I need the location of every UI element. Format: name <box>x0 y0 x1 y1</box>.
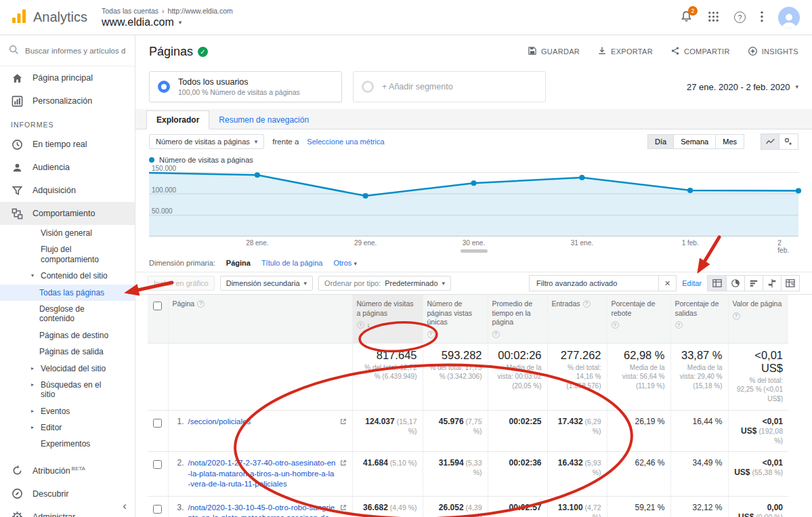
sidebar-item-site-content[interactable]: ▾ Contenido del sitio <box>0 268 135 284</box>
sidebar-item-all-pages[interactable]: Todas las páginas <box>0 285 135 301</box>
x-axis-tick: 1 feb. <box>682 239 699 247</box>
column-header-page[interactable]: Página? <box>168 295 352 343</box>
tab-explorador[interactable]: Explorador <box>146 110 209 129</box>
analytics-logo[interactable]: Analytics <box>0 8 99 26</box>
chart-plot-area[interactable]: 150.000 100.000 50.000 <box>149 166 798 236</box>
column-header-avg-time[interactable]: Promedio de tiempo en la página? <box>488 295 547 343</box>
breadcrumb-sep-icon: › <box>162 7 165 15</box>
granularity-week-button[interactable]: Semana <box>674 134 716 149</box>
column-header-unique[interactable]: Número de páginas vistas únicas? <box>423 295 488 343</box>
select-all-checkbox[interactable] <box>153 302 162 310</box>
circular-arrow-icon <box>11 465 23 477</box>
segment-all-users[interactable]: Todos los usuarios 100,00 % Número de vi… <box>149 71 342 102</box>
sidebar-search <box>0 35 135 66</box>
sidebar-item-landing-pages[interactable]: Páginas de destino <box>0 327 135 344</box>
sidebar-item-realtime[interactable]: En tiempo real <box>0 133 135 156</box>
cell-entrances: 13.100(4,72 %) <box>547 496 607 517</box>
row-checkbox[interactable] <box>153 460 162 469</box>
clock-icon <box>11 138 23 150</box>
export-button[interactable]: EXPORTAR <box>597 46 653 58</box>
property-name[interactable]: www.eldia.com <box>102 16 174 28</box>
column-header-bounce[interactable]: Porcentaje de rebote? <box>607 295 670 343</box>
external-link-icon[interactable] <box>340 417 347 427</box>
external-link-icon[interactable] <box>340 503 347 513</box>
sidebar-item-admin[interactable]: Administrar <box>0 505 135 517</box>
verified-check-icon: ✓ <box>198 47 208 57</box>
sidebar-item-behavior-flow[interactable]: Flujo del comportamiento <box>0 241 135 268</box>
sidebar-item-content-drilldown[interactable]: Desglose de contenido <box>0 301 135 327</box>
segments-row: Todos los usuarios 100,00 % Número de vi… <box>135 68 812 109</box>
sidebar-item-experiments[interactable]: Experimentos <box>0 436 135 452</box>
dimension-others-dropdown[interactable]: Otros ▾ <box>333 259 357 267</box>
granularity-day-button[interactable]: Día <box>647 134 674 149</box>
sidebar-item-overview[interactable]: Visión general <box>0 225 135 241</box>
dimension-page[interactable]: Página <box>226 259 251 267</box>
sidebar-item-personalization[interactable]: Personalización <box>0 89 135 112</box>
dimension-page-title-link[interactable]: Título de la página <box>261 259 323 267</box>
share-button[interactable]: COMPARTIR <box>670 46 730 58</box>
more-vert-icon[interactable] <box>761 11 763 24</box>
page-link[interactable]: /nota/2020-1-30-10-45-0-otro-robo-sangri… <box>188 503 336 517</box>
cell-entrances: 16.432(5,93 %) <box>547 452 607 497</box>
apps-grid-icon[interactable] <box>708 11 719 24</box>
column-header-value[interactable]: Valor de página? <box>728 295 788 343</box>
pivot-view-icon[interactable] <box>781 276 799 291</box>
breadcrumb-accounts[interactable]: Todas las cuentas <box>102 7 158 15</box>
tab-resumen-navegacion[interactable]: Resumen de navegación <box>209 111 318 129</box>
sidebar-item-exit-pages[interactable]: Páginas de salida <box>0 344 135 360</box>
row-checkbox[interactable] <box>153 419 162 428</box>
comparison-view-icon[interactable] <box>763 276 781 291</box>
timeline-scrubber[interactable] <box>461 249 488 253</box>
granularity-month-button[interactable]: Mes <box>716 134 744 149</box>
sidebar-item-behavior[interactable]: Comportamiento <box>0 202 135 225</box>
column-header-pageviews[interactable]: Número de visitas a páginas?↓ <box>352 295 423 343</box>
sidebar-item-events[interactable]: ▸ Eventos <box>0 403 135 419</box>
line-chart-icon[interactable] <box>761 133 779 150</box>
segment-detail: 100,00 % Número de visitas a páginas <box>178 88 300 96</box>
page-link[interactable]: /nota/2020-1-27-2-37-40-otro-asesinato-e… <box>188 458 336 490</box>
breadcrumb-site[interactable]: http://www.eldia.com <box>168 7 233 15</box>
data-view-icon[interactable] <box>708 276 726 291</box>
motion-chart-icon[interactable] <box>779 133 798 150</box>
sort-desc-icon[interactable]: ↓ <box>367 320 370 329</box>
column-header-entrances[interactable]: Entradas? <box>547 295 607 343</box>
help-icon[interactable]: ? <box>734 12 746 23</box>
sidebar-item-home[interactable]: Página principal <box>0 66 135 89</box>
sidebar-item-site-speed[interactable]: ▸ Velocidad del sitio <box>0 360 135 377</box>
save-button[interactable]: GUARDAR <box>528 46 580 58</box>
plot-rows-button[interactable]: Incluir en gráfico <box>148 276 215 291</box>
percentage-view-icon[interactable] <box>726 276 744 291</box>
sidebar-item-editor[interactable]: ▸ Editor <box>0 419 135 436</box>
x-axis-tick: 30 ene. <box>463 239 485 247</box>
performance-view-icon[interactable] <box>744 276 763 291</box>
column-header-exit[interactable]: Porcentaje de salidas? <box>670 295 728 343</box>
sort-type-dropdown[interactable]: Ordenar por tipo: Predeterminado ▾ <box>318 276 451 291</box>
sidebar-item-attribution[interactable]: AtribuciónBETA <box>0 459 135 482</box>
secondary-dimension-dropdown[interactable]: Dimensión secundaria ▾ <box>220 276 313 291</box>
cell-avg-time: 00:02:25 <box>488 411 547 452</box>
notifications-button[interactable]: 2 <box>680 10 693 25</box>
sidebar-item-acquisition[interactable]: Adquisición <box>0 179 135 202</box>
sidebar-item-label: Audiencia <box>33 163 70 172</box>
external-link-icon[interactable] <box>340 459 347 468</box>
cell-pageviews: 36.682(4,49 %) <box>352 496 423 517</box>
sidebar-item-discover[interactable]: Descubrir <box>0 482 135 505</box>
row-checkbox[interactable] <box>153 505 162 514</box>
metric-selector-dropdown[interactable]: Número de visitas a páginas ▾ <box>149 134 264 149</box>
search-input[interactable] <box>25 47 125 55</box>
add-segment-button[interactable]: + Añadir segmento <box>353 71 546 102</box>
sidebar-item-site-search[interactable]: ▸ Búsquedas en el sitio <box>0 377 135 403</box>
edit-filter-link[interactable]: Editar <box>682 279 702 287</box>
chevron-down-icon: ▾ <box>304 280 307 287</box>
date-range-selector[interactable]: 27 ene. 2020 - 2 feb. 2020 ▾ <box>687 82 798 92</box>
account-selector[interactable]: Todas las cuentas › http://www.eldia.com… <box>99 7 233 28</box>
avatar[interactable] <box>778 7 800 28</box>
sidebar-collapse-button[interactable]: ‹ <box>123 499 127 513</box>
select-metric-link[interactable]: Seleccione una métrica <box>307 138 384 146</box>
insights-button[interactable]: INSIGHTS <box>748 46 798 58</box>
sidebar-item-audience[interactable]: Audiencia <box>0 156 135 179</box>
page-link[interactable]: /seccion/policiales <box>188 417 336 428</box>
chevron-down-icon[interactable]: ▾ <box>179 19 182 26</box>
close-icon[interactable]: ✕ <box>658 276 676 291</box>
insights-sparkle-icon <box>748 46 758 58</box>
